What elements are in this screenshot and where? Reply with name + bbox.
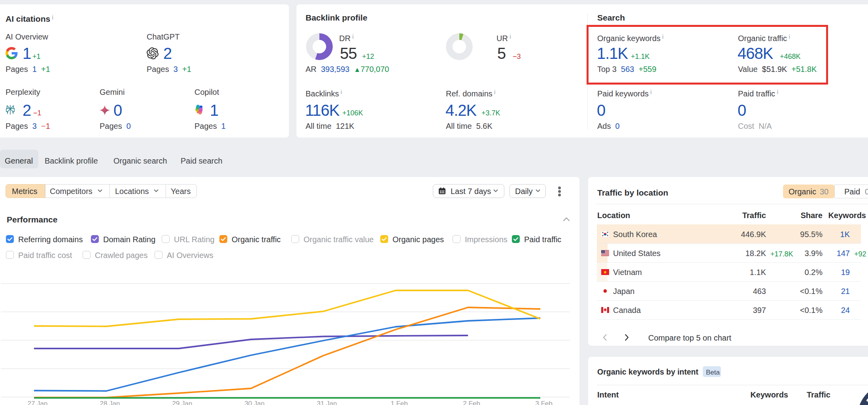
svg-text:2 Feb: 2 Feb <box>463 400 480 405</box>
svg-text:30 Jan: 30 Jan <box>244 400 264 405</box>
svg-text:3 Feb: 3 Feb <box>535 400 552 405</box>
svg-text:31 Jan: 31 Jan <box>317 400 337 405</box>
svg-text:29 Jan: 29 Jan <box>172 400 192 405</box>
svg-text:1 Feb: 1 Feb <box>391 400 408 405</box>
svg-text:27 Jan: 27 Jan <box>27 400 47 405</box>
svg-text:28 Jan: 28 Jan <box>100 400 120 405</box>
